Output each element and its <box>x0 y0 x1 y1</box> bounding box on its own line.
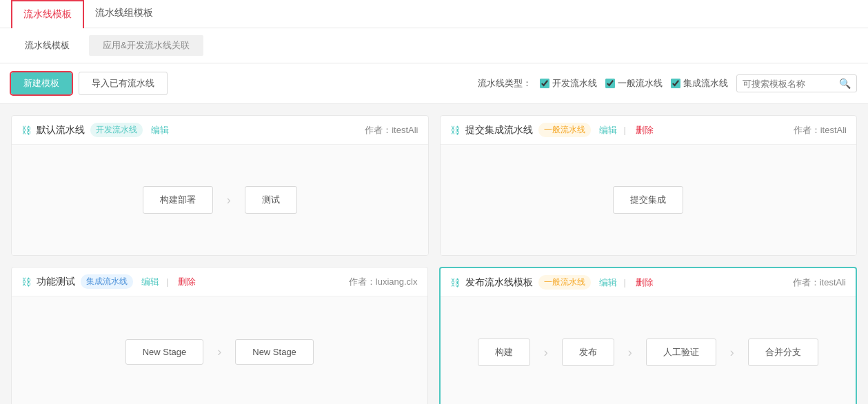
card-3-tag: 集成流水线 <box>81 274 133 289</box>
stage-box-4-3[interactable]: 人工验证 <box>646 339 716 366</box>
card-4-sep: | <box>624 277 626 287</box>
tab-pipeline[interactable]: 流水线模板 <box>11 0 84 28</box>
card-2-edit-link[interactable]: 编辑 <box>599 124 617 137</box>
filter-dev[interactable]: 开发流水线 <box>540 77 597 90</box>
stage-box-4-1[interactable]: 构建 <box>478 339 530 366</box>
tab-pipeline-group[interactable]: 流水线组模板 <box>84 0 164 28</box>
card-3-body: New Stage › New Stage <box>12 296 427 404</box>
card-2-tag: 一般流水线 <box>538 123 591 137</box>
stage-arrow-4-3: › <box>730 345 734 360</box>
stage-box-1-1[interactable]: 构建部署 <box>143 186 213 214</box>
search-icon: 🔍 <box>839 78 851 89</box>
card-2-sep: | <box>624 125 626 135</box>
card-2: ⛓ 提交集成流水线 一般流水线 编辑 | 删除 作者：itestAli 提交集成 <box>440 115 858 256</box>
link-icon-2: ⛓ <box>450 125 460 136</box>
card-3-delete-link[interactable]: 删除 <box>178 276 196 288</box>
card-1-header: ⛓ 默认流水线 开发流水线 编辑 作者：itestAli <box>12 116 428 145</box>
card-4-body: 构建 › 发布 › 人工验证 › 合并分支 <box>441 297 856 404</box>
import-pipeline-button[interactable]: 导入已有流水线 <box>79 72 168 95</box>
card-1-tag: 开发流水线 <box>90 123 143 137</box>
filter-general-label: 一般流水线 <box>618 77 663 90</box>
card-1-body: 构建部署 › 测试 <box>12 145 428 255</box>
stage-box-2-1[interactable]: 提交集成 <box>613 186 683 214</box>
sub-tab-pipeline-template[interactable]: 流水线模板 <box>11 35 83 56</box>
filter-integration-label: 集成流水线 <box>683 77 728 90</box>
stage-arrow-4-2: › <box>628 345 632 360</box>
card-2-header: ⛓ 提交集成流水线 一般流水线 编辑 | 删除 作者：itestAli <box>441 116 857 145</box>
card-4-tag: 一般流水线 <box>538 275 591 290</box>
card-1-edit-link[interactable]: 编辑 <box>151 124 169 137</box>
card-4-edit-link[interactable]: 编辑 <box>599 276 617 289</box>
card-3-author: 作者：luxiang.clx <box>349 276 418 288</box>
sub-tab-app-association[interactable]: 应用&开发流水线关联 <box>89 35 203 56</box>
card-4: ⛓ 发布流水线模板 一般流水线 编辑 | 删除 作者：itestAli 构建 ›… <box>439 267 858 404</box>
card-2-title: 提交集成流水线 <box>465 124 533 137</box>
cards-row-2: ⛓ 功能测试 集成流水线 编辑 | 删除 作者：luxiang.clx New … <box>11 267 857 404</box>
stage-box-3-1[interactable]: New Stage <box>125 339 204 365</box>
card-2-author: 作者：itestAli <box>794 124 847 137</box>
filter-label: 流水线类型： <box>478 77 532 90</box>
stage-box-4-4[interactable]: 合并分支 <box>748 339 818 366</box>
filter-section: 流水线类型： 开发流水线 一般流水线 集成流水线 🔍 <box>478 74 857 92</box>
search-box: 🔍 <box>736 74 857 92</box>
stage-arrow-1: › <box>227 193 231 208</box>
card-4-header: ⛓ 发布流水线模板 一般流水线 编辑 | 删除 作者：itestAli <box>441 268 856 297</box>
card-3-edit-link[interactable]: 编辑 <box>141 276 159 288</box>
stage-box-3-2[interactable]: New Stage <box>235 339 314 365</box>
filter-dev-label: 开发流水线 <box>552 77 597 90</box>
content: ⛓ 默认流水线 开发流水线 编辑 作者：itestAli 构建部署 › 测试 ⛓… <box>0 104 868 404</box>
link-icon-4: ⛓ <box>450 277 460 288</box>
stage-arrow-3: › <box>217 345 221 359</box>
card-3-header: ⛓ 功能测试 集成流水线 编辑 | 删除 作者：luxiang.clx <box>12 267 427 296</box>
card-4-title: 发布流水线模板 <box>465 276 533 289</box>
sub-tabs-container: 流水线模板 应用&开发流水线关联 <box>0 28 868 63</box>
card-1-title: 默认流水线 <box>37 124 85 137</box>
card-1-author: 作者：itestAli <box>365 124 418 137</box>
card-3-title: 功能测试 <box>37 276 75 288</box>
stage-box-4-2[interactable]: 发布 <box>562 339 614 366</box>
stage-arrow-4-1: › <box>544 345 548 360</box>
toolbar: 新建模板 导入已有流水线 流水线类型： 开发流水线 一般流水线 集成流水线 🔍 <box>0 63 868 104</box>
card-2-body: 提交集成 <box>441 145 857 255</box>
filter-general[interactable]: 一般流水线 <box>605 77 663 90</box>
card-2-delete-link[interactable]: 删除 <box>636 124 654 137</box>
stage-box-1-2[interactable]: 测试 <box>245 186 297 214</box>
card-1: ⛓ 默认流水线 开发流水线 编辑 作者：itestAli 构建部署 › 测试 <box>11 115 429 256</box>
top-tabs-container: 流水线模板 流水线组模板 <box>0 0 868 28</box>
link-icon-1: ⛓ <box>21 125 31 136</box>
search-input[interactable] <box>743 79 839 89</box>
card-4-delete-link[interactable]: 删除 <box>636 276 654 289</box>
create-template-button[interactable]: 新建模板 <box>11 72 72 94</box>
card-3-sep: | <box>166 276 168 287</box>
card-3: ⛓ 功能测试 集成流水线 编辑 | 删除 作者：luxiang.clx New … <box>11 267 428 404</box>
filter-integration[interactable]: 集成流水线 <box>671 77 728 90</box>
cards-row-1: ⛓ 默认流水线 开发流水线 编辑 作者：itestAli 构建部署 › 测试 ⛓… <box>11 115 857 256</box>
link-icon-3: ⛓ <box>21 276 31 287</box>
card-4-author: 作者：itestAli <box>793 276 846 289</box>
